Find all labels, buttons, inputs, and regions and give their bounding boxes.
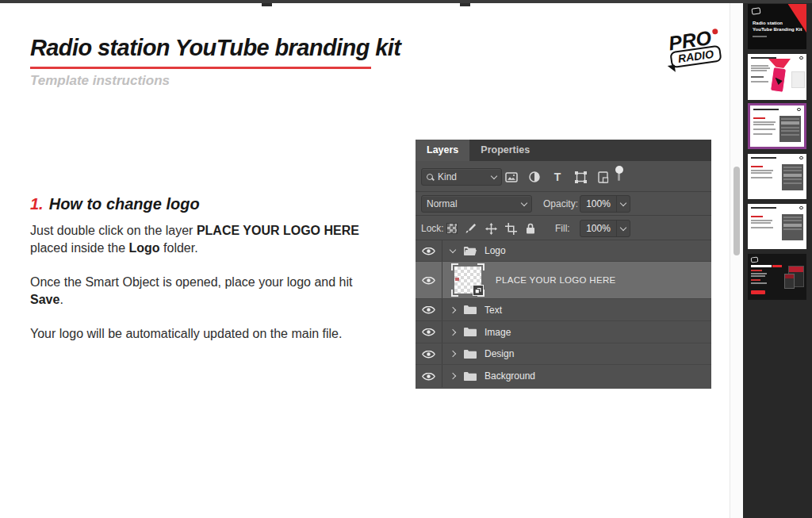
decor-line [783,178,802,180]
decor-red-heading [751,216,763,217]
filter-shape-layers-icon[interactable] [574,171,587,183]
blend-mode-dropdown[interactable]: Normal [421,195,532,213]
tab-layers[interactable]: Layers [416,140,469,161]
thumbnail-page-1[interactable]: Radio station YouTube Branding Kit [748,4,806,49]
opacity-input[interactable]: 100% [580,195,630,213]
thumbnail-page-5[interactable] [748,204,806,249]
fill-label: Fill: [555,223,570,234]
decor-line [751,222,771,224]
layer-name[interactable]: Image [485,327,511,338]
decor-line [781,134,799,136]
layer-row-background-group[interactable]: Background [416,365,711,387]
decor-line [751,207,776,209]
visibility-eye-icon[interactable] [416,365,442,387]
decor-line [751,275,765,277]
decor-line [753,36,767,37]
lock-transparency-icon[interactable] [446,223,458,234]
thumb-corner [451,263,458,271]
page-title: Radio station YouTube branding kit [30,35,400,61]
opacity-value: 100% [580,196,616,212]
thumbnail-page-6[interactable] [748,254,806,300]
decor-line [751,70,767,71]
decor-line [751,282,767,284]
decor-line [751,227,773,228]
layers-list: Logo PLACE YOUR LOGO HERE [416,240,711,389]
top-strip-notch [460,3,470,6]
decor-line [751,157,776,159]
layer-row-place-your-logo-here[interactable]: PLACE YOUR LOGO HERE [416,262,711,299]
blend-mode-row: Normal Opacity: 100% [416,192,711,216]
decor-line [751,265,772,267]
vertical-scrollbar-track[interactable] [730,3,743,518]
decor-line [751,177,772,178]
tab-properties[interactable]: Properties [469,140,541,161]
layer-name[interactable]: Text [485,305,502,316]
chevron-right-icon[interactable] [448,330,458,335]
decor-line [751,57,776,59]
folder-icon [463,349,477,359]
layer-row-design-group[interactable]: Design [416,343,711,365]
visibility-eye-icon[interactable] [416,299,442,320]
layer-name[interactable]: PLACE YOUR LOGO HERE [496,275,616,285]
fill-input[interactable]: 100% [580,220,630,237]
lock-position-move-icon[interactable] [485,222,497,235]
thumbnail-page-3-active[interactable] [748,103,806,149]
decor-line [751,220,772,221]
thumb-corner [451,290,458,297]
thumbnail-page-2[interactable] [748,54,806,100]
chevron-down-icon[interactable] [448,250,458,252]
decor-line [751,81,768,82]
decor-line [753,124,774,125]
decor-phone-mockup [770,67,787,93]
vertical-scrollbar-thumb[interactable] [733,167,740,255]
fill-value: 100% [580,221,616,236]
decor-line [783,174,802,177]
lock-label: Lock: [421,223,444,234]
paragraph-3: Your logo will be automatically updated … [30,325,371,343]
filter-smart-objects-icon[interactable] [597,171,610,183]
opacity-dropdown-button[interactable] [616,196,630,212]
window-top-strip [0,0,812,3]
top-strip-notch [262,3,272,6]
smart-object-badge-icon [473,285,484,296]
thumb-corner [477,263,485,271]
thumbnail-page-4[interactable] [748,154,806,199]
filter-toggle-icon[interactable] [614,166,624,182]
lock-row: Lock: Fill: 100% [416,216,711,240]
decor-line [751,76,764,78]
lock-image-brush-icon[interactable] [465,222,477,235]
decor-line [783,170,802,171]
filter-type-layers-icon[interactable]: T [551,171,564,183]
decor-logo-mark [751,256,759,263]
layer-name[interactable]: Logo [485,245,506,256]
decor-red-heading [751,166,763,167]
paragraph-2: Once the Smart Object is opened, place y… [30,274,371,309]
chevron-right-icon[interactable] [448,351,458,356]
layer-name[interactable]: Design [485,348,514,359]
visibility-eye-icon[interactable] [416,321,442,343]
filter-adjustment-layers-icon[interactable] [528,171,541,183]
fill-dropdown-button[interactable] [616,221,630,236]
kind-filter-label: Kind [438,171,457,182]
layer-row-image-group[interactable]: Image [416,321,711,343]
decor-line [781,118,799,120]
visibility-eye-icon[interactable] [416,343,442,364]
instructions-text: Just double click on the layer PLACE YOU… [30,222,371,359]
chevron-right-icon[interactable] [448,308,458,313]
visibility-eye-icon[interactable] [416,240,442,261]
folder-icon [463,305,477,315]
lock-all-padlock-icon[interactable] [524,222,537,235]
logo-bubble-tail [668,65,676,73]
filter-pixel-layers-icon[interactable] [505,171,518,183]
kind-filter-dropdown[interactable]: Kind [421,168,502,186]
layer-row-logo-group[interactable]: Logo [416,240,711,262]
visibility-eye-icon[interactable] [416,262,442,298]
layer-name[interactable]: Background [485,370,535,382]
decor-red-heading [753,117,765,119]
lock-artboard-icon[interactable] [504,222,517,235]
layer-thumbnail[interactable] [451,263,485,297]
chevron-right-icon[interactable] [448,374,458,378]
layer-row-text-group[interactable]: Text [416,299,711,321]
decor-red-line [772,265,782,267]
decor-line [781,121,799,125]
